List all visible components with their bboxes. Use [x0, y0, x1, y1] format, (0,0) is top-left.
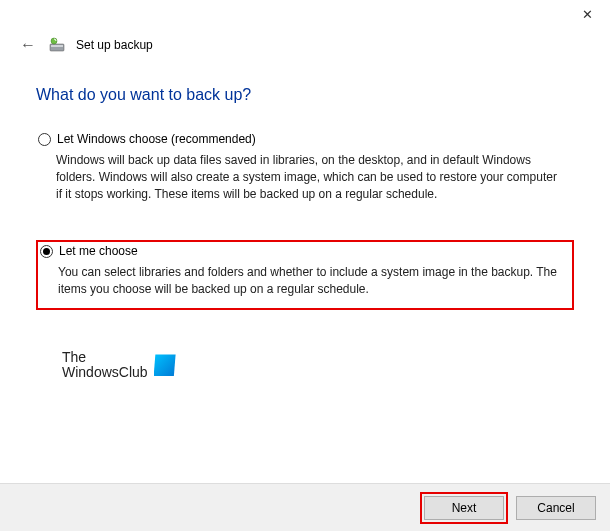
watermark-line2: WindowsClub — [62, 365, 148, 380]
radio-manual[interactable] — [40, 245, 53, 258]
content-area: What do you want to back up? Let Windows… — [0, 64, 610, 310]
next-button-highlight: Next — [420, 492, 508, 524]
svg-rect-1 — [51, 45, 63, 47]
next-button[interactable]: Next — [424, 496, 504, 520]
page-heading: What do you want to back up? — [36, 86, 574, 104]
option-auto-desc: Windows will back up data files saved in… — [38, 152, 568, 202]
option-manual-label: Let me choose — [59, 244, 138, 258]
cancel-button[interactable]: Cancel — [516, 496, 596, 520]
option-let-me-choose[interactable]: Let me choose You can select libraries a… — [36, 240, 574, 310]
header-row: ← Set up backup — [0, 32, 610, 64]
option-manual-desc: You can select libraries and folders and… — [40, 264, 566, 298]
watermark-text: The WindowsClub — [62, 350, 148, 381]
titlebar: ✕ — [0, 0, 610, 32]
footer-bar: Next Cancel — [0, 483, 610, 531]
back-arrow-icon[interactable]: ← — [18, 36, 38, 54]
option-auto-label: Let Windows choose (recommended) — [57, 132, 256, 146]
option-let-windows-choose[interactable]: Let Windows choose (recommended) Windows… — [36, 130, 574, 212]
close-icon[interactable]: ✕ — [565, 0, 610, 28]
radio-auto[interactable] — [38, 133, 51, 146]
windows-flag-icon — [154, 354, 176, 376]
watermark: The WindowsClub — [62, 350, 176, 381]
window-title: Set up backup — [76, 38, 153, 52]
backup-drive-icon — [48, 36, 66, 54]
watermark-line1: The — [62, 350, 148, 365]
